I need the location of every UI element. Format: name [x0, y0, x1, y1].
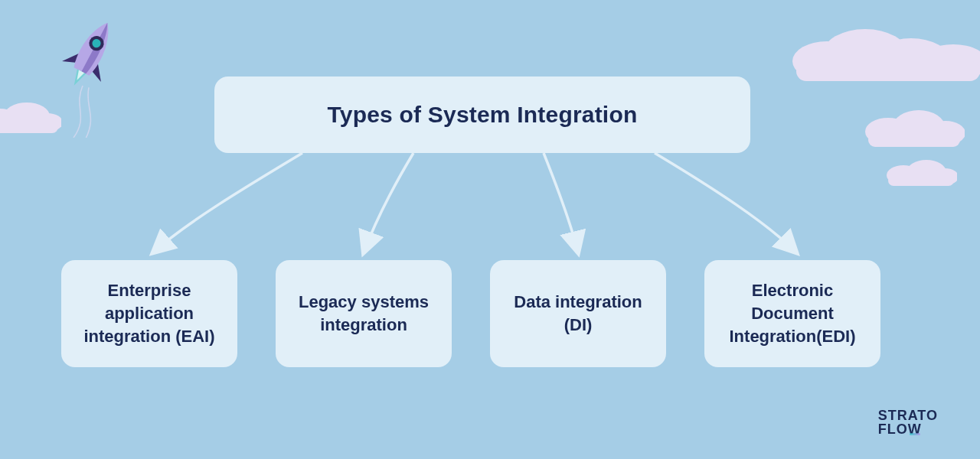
svg-rect-16: [0, 121, 58, 133]
brand-logo: STRATO FLOW: [878, 409, 938, 436]
cloud-right-low-icon: [880, 157, 957, 187]
diagram-node-legacy: Legacy systems integration: [276, 260, 452, 367]
cloud-top-right-icon: [781, 15, 980, 84]
svg-rect-8: [868, 133, 960, 147]
diagram-node-eai: Enterprise application integration (EAI): [61, 260, 237, 367]
cloud-left-icon: [0, 99, 61, 138]
logo-line1: STRATO: [878, 409, 938, 422]
svg-point-17: [87, 34, 106, 54]
diagram-node-di: Data integration (DI): [490, 260, 666, 367]
diagram-title: Types of System Integration: [214, 76, 750, 153]
svg-point-18: [90, 37, 102, 49]
logo-line2: FLOW: [878, 422, 938, 436]
cloud-right-mid-icon: [858, 107, 965, 149]
diagram-node-edi: Electronic Document Integration(EDI): [704, 260, 880, 367]
svg-rect-4: [796, 61, 980, 81]
svg-rect-12: [888, 175, 954, 186]
